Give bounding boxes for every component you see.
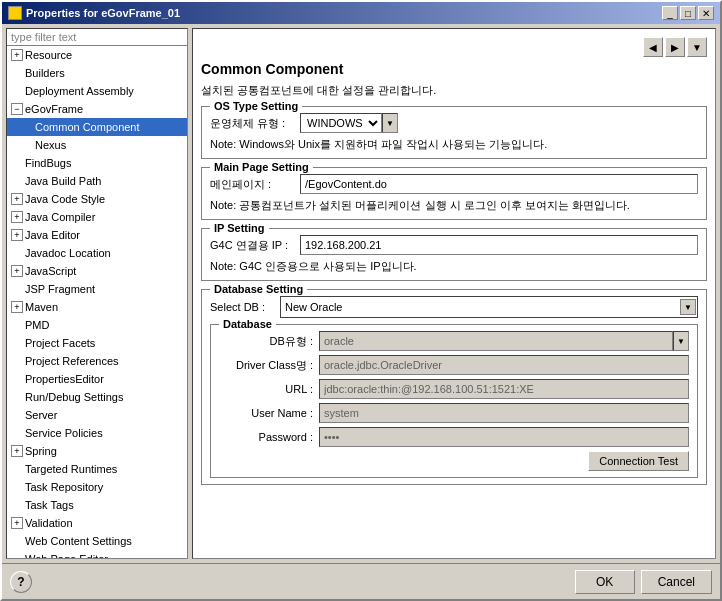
dialog-buttons: OK Cancel [575,570,712,594]
java-editor-label: Java Editor [25,227,80,243]
tree-item-java-editor[interactable]: +Java Editor [7,226,187,244]
maven-expander-icon[interactable]: + [11,301,23,313]
db-type-input [319,331,673,351]
main-content: +ResourceBuildersDeployment Assembly−eGo… [2,24,720,563]
javascript-label: JavaScript [25,263,76,279]
db-select[interactable]: New Oracle Oracle MySQL MSSQL [280,296,698,318]
password-input[interactable] [319,427,689,447]
tree-item-common-component[interactable]: Common Component [7,118,187,136]
tree-item-java-compiler[interactable]: +Java Compiler [7,208,187,226]
nav-toolbar: ◀ ▶ ▼ [201,37,707,57]
window-icon [8,6,22,20]
tree-item-jsp-fragment[interactable]: JSP Fragment [7,280,187,298]
tree-item-findbugs[interactable]: FindBugs [7,154,187,172]
tree-item-server[interactable]: Server [7,406,187,424]
tree-item-java-code-style[interactable]: +Java Code Style [7,190,187,208]
maximize-button[interactable]: □ [680,6,696,20]
db-select-row: Select DB : New Oracle Oracle MySQL MSSQ… [210,296,698,318]
os-select-arrow-icon[interactable]: ▼ [382,113,398,133]
main-page-input[interactable] [300,174,698,194]
close-button[interactable]: ✕ [698,6,714,20]
username-input [319,403,689,423]
java-editor-expander-icon[interactable]: + [11,229,23,241]
os-type-row: 운영체제 유형 : WINDOWS UNIX LINUX ▼ [210,113,698,133]
driver-class-label: Driver Class명 : [219,358,319,373]
username-row: User Name : [219,403,689,423]
db-type-label: DB유형 : [219,334,319,349]
os-select-wrapper: WINDOWS UNIX LINUX ▼ [300,113,398,133]
targeted-runtimes-label: Targeted Runtimes [25,461,117,477]
properties-editor-label: PropertiesEditor [25,371,104,387]
tree-item-service-policies[interactable]: Service Policies [7,424,187,442]
os-type-note: Note: Windows와 Unix를 지원하며 파일 작업시 사용되는 기능… [210,137,698,152]
java-compiler-expander-icon[interactable]: + [11,211,23,223]
tree-item-project-references[interactable]: Project References [7,352,187,370]
main-page-row: 메인페이지 : [210,174,698,194]
bottom-bar: ? OK Cancel [2,563,720,599]
tree-item-properties-editor[interactable]: PropertiesEditor [7,370,187,388]
driver-class-input [319,355,689,375]
database-inner-legend: Database [219,318,276,330]
right-panel: ◀ ▶ ▼ Common Component 설치된 공통컴포넌트에 대한 설정… [192,28,716,559]
panel-title: Common Component [201,61,707,77]
tree-item-targeted-runtimes[interactable]: Targeted Runtimes [7,460,187,478]
tree-item-task-repository[interactable]: Task Repository [7,478,187,496]
spring-label: Spring [25,443,57,459]
driver-class-row: Driver Class명 : [219,355,689,375]
window-title: Properties for eGovFrame_01 [26,7,180,19]
javascript-expander-icon[interactable]: + [11,265,23,277]
tree-item-deployment-assembly[interactable]: Deployment Assembly [7,82,187,100]
title-buttons: _ □ ✕ [662,6,714,20]
tree-item-javascript[interactable]: +JavaScript [7,262,187,280]
os-type-legend: OS Type Setting [210,100,302,112]
tree-item-java-build-path[interactable]: Java Build Path [7,172,187,190]
validation-expander-icon[interactable]: + [11,517,23,529]
tree-item-web-content-settings[interactable]: Web Content Settings [7,532,187,550]
title-bar: Properties for eGovFrame_01 _ □ ✕ [2,2,720,24]
properties-window: Properties for eGovFrame_01 _ □ ✕ +Resou… [0,0,722,601]
run-debug-settings-label: Run/Debug Settings [25,389,123,405]
server-label: Server [25,407,57,423]
back-button[interactable]: ◀ [643,37,663,57]
description-text: 설치된 공통컴포넌트에 대한 설정을 관리합니다. [201,83,707,98]
egovframe-expander-icon[interactable]: − [11,103,23,115]
ip-input[interactable] [300,235,698,255]
task-tags-label: Task Tags [25,497,74,513]
tree-item-task-tags[interactable]: Task Tags [7,496,187,514]
tree-item-nexus[interactable]: Nexus [7,136,187,154]
tree-item-run-debug-settings[interactable]: Run/Debug Settings [7,388,187,406]
builders-label: Builders [25,65,65,81]
tree-item-web-page-editor[interactable]: Web Page Editor [7,550,187,559]
db-type-arrow-icon[interactable]: ▼ [673,331,689,351]
spring-expander-icon[interactable]: + [11,445,23,457]
project-references-label: Project References [25,353,119,369]
ok-button[interactable]: OK [575,570,635,594]
tree-item-maven[interactable]: +Maven [7,298,187,316]
forward-button[interactable]: ▶ [665,37,685,57]
tree-item-spring[interactable]: +Spring [7,442,187,460]
common-component-label: Common Component [35,119,140,135]
validation-label: Validation [25,515,73,531]
ip-section: IP Setting G4C 연결용 IP : Note: G4C 인증용으로 … [201,228,707,281]
minimize-button[interactable]: _ [662,6,678,20]
tree-item-project-facets[interactable]: Project Facets [7,334,187,352]
tree-item-egovframe[interactable]: −eGovFrame [7,100,187,118]
tree-item-javadoc-location[interactable]: Javadoc Location [7,244,187,262]
tree-item-resource[interactable]: +Resource [7,46,187,64]
main-page-section: Main Page Setting 메인페이지 : Note: 공통컴포넌트가 … [201,167,707,220]
java-code-style-expander-icon[interactable]: + [11,193,23,205]
java-compiler-label: Java Compiler [25,209,95,225]
tree-item-pmd[interactable]: PMD [7,316,187,334]
resource-expander-icon[interactable]: + [11,49,23,61]
help-button[interactable]: ? [10,571,32,593]
cancel-button[interactable]: Cancel [641,570,712,594]
dropdown-button[interactable]: ▼ [687,37,707,57]
tree-item-builders[interactable]: Builders [7,64,187,82]
os-type-select[interactable]: WINDOWS UNIX LINUX [300,113,382,133]
connection-test-button[interactable]: Connection Test [588,451,689,471]
filter-input[interactable] [7,29,187,46]
left-panel: +ResourceBuildersDeployment Assembly−eGo… [6,28,188,559]
database-inner-section: Database DB유형 : ▼ Driver Class명 : URL [210,324,698,478]
tree-item-validation[interactable]: +Validation [7,514,187,532]
database-section: Database Setting Select DB : New Oracle … [201,289,707,485]
